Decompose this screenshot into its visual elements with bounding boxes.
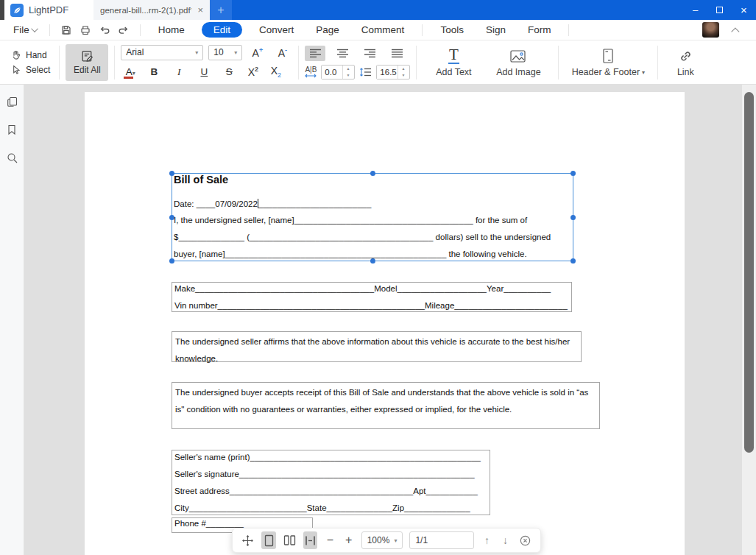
header-footer-label: Header & Footer [572,67,640,77]
buyer-acceptance-block[interactable]: The undersigned buyer accepts receipt of… [172,382,600,429]
align-center-button[interactable] [332,46,353,61]
font-family-value: Arial [126,47,144,57]
decrease-font-button[interactable]: A- [272,46,292,59]
minimize-button[interactable]: – [683,0,707,20]
single-page-view-button[interactable] [261,531,275,549]
char-spacing-icon: A|B [305,66,317,78]
scrollbar-thumb[interactable] [744,92,754,453]
underline-button[interactable]: U [193,66,215,77]
lightpdf-logo-icon [10,4,24,17]
edit-all-label: Edit All [74,65,101,75]
italic-button[interactable]: I [168,66,190,78]
add-image-button[interactable]: Add Image [484,47,552,77]
previous-page-button[interactable]: ↑ [481,534,492,546]
menu-item-edit[interactable]: Edit [202,22,242,38]
hand-tool[interactable]: Hand [10,49,50,60]
superscript-button[interactable]: X2 [243,66,263,78]
divider [657,46,658,79]
pan-tool-button[interactable] [241,531,255,549]
user-avatar[interactable] [702,22,719,38]
caret-down-icon: ▾ [230,49,237,56]
char-spacing-stepper[interactable]: ▲▼ [321,65,355,79]
pdf-page[interactable]: Bill of Sale Date: ____07/09/2022_______… [85,92,685,555]
font-color-swatch [124,77,133,79]
doc-vin-line: Vin number______________________________… [174,301,568,310]
resize-handle[interactable] [370,171,375,176]
new-tab-button[interactable]: + [210,0,232,20]
chevron-down-icon [31,25,38,32]
tab-title: general-bill...rm-2(1).pdf* [100,6,191,15]
seller-details-block[interactable]: Seller's name (print)___________________… [172,450,490,515]
close-toolbar-button[interactable] [518,531,532,549]
page-thumbnails-icon[interactable] [5,95,18,108]
save-button[interactable] [57,21,76,39]
increase-font-button[interactable]: A+ [247,46,267,59]
menu-item-sign[interactable]: Sign [486,24,506,35]
resize-handle[interactable] [570,258,576,264]
font-size-select[interactable]: 10 ▾ [208,45,242,60]
close-button[interactable]: × [732,0,756,20]
vehicle-info-block[interactable]: Make____________________________________… [172,282,572,312]
subscript-button[interactable]: X2 [266,65,286,79]
font-color-button[interactable]: A▾ [121,66,140,77]
maximize-button[interactable] [707,0,732,20]
two-page-view-button[interactable] [283,531,297,549]
font-family-select[interactable]: Arial ▾ [121,45,203,60]
paragraph-group: A|B ▲▼ ▲▼ [305,46,410,79]
resize-handle[interactable] [169,258,174,264]
doc-affirmation-text: The undersigned seller affirms that the … [175,337,570,363]
stepper-arrows[interactable]: ▲▼ [398,66,408,79]
edit-all-button[interactable]: Edit All [66,44,108,81]
stepper-arrows[interactable]: ▲▼ [342,66,353,79]
seller-affirmation-block[interactable]: The undersigned seller affirms that the … [172,331,582,362]
select-tool[interactable]: Select [10,64,50,75]
vertical-scrollbar[interactable] [742,85,756,555]
menu-item-form[interactable]: Form [528,24,551,35]
menu-item-comment[interactable]: Comment [361,24,405,35]
hand-icon [10,49,21,60]
resize-handle[interactable] [570,171,576,176]
header-footer-button[interactable]: Header & Footer ▾ [565,47,651,77]
tab-close-icon[interactable]: × [197,5,203,15]
align-justify-button[interactable] [386,46,407,61]
menu-item-home[interactable]: Home [158,24,185,35]
link-button[interactable]: Link [664,47,707,77]
search-icon[interactable] [5,151,18,164]
cursor-icon [10,64,21,75]
align-right-button[interactable] [359,46,380,61]
file-menu[interactable]: File [9,24,43,35]
align-left-button[interactable] [305,46,325,61]
add-text-button[interactable]: T Add Text [423,47,484,77]
document-tab[interactable]: general-bill...rm-2(1).pdf* × [93,0,210,20]
redo-button[interactable] [114,21,133,39]
divider [114,46,115,79]
add-image-icon [509,47,527,65]
doc-seller-signature-line: Seller's signature______________________… [174,470,475,478]
resize-handle[interactable] [370,258,375,264]
line-spacing-stepper[interactable]: ▲▼ [376,65,410,79]
doc-seller-name-line: Seller's name (print)___________________… [174,453,481,462]
page-number-input[interactable] [409,531,474,549]
print-button[interactable] [76,21,95,39]
fit-width-button[interactable] [303,531,317,549]
doc-acceptance-text: The undersigned buyer accepts receipt of… [175,388,588,414]
menu-item-tools[interactable]: Tools [440,24,464,35]
menubar-right [702,22,747,38]
resize-handle[interactable] [570,215,576,220]
selected-text-block[interactable]: Bill of Sale Date: ____07/09/2022_______… [172,173,573,261]
next-page-button[interactable]: ↓ [500,534,512,546]
menu-item-page[interactable]: Page [316,24,339,35]
collapse-toolbar-icon[interactable] [731,27,739,35]
maximize-icon [716,7,723,13]
menu-item-convert[interactable]: Convert [259,24,294,35]
char-spacing-input[interactable] [322,66,342,79]
line-spacing-input[interactable] [377,66,398,79]
doc-sum-line: $______________ (_______________________… [174,233,551,241]
strikethrough-button[interactable]: S [218,66,240,77]
bookmarks-icon[interactable] [5,123,18,136]
undo-button[interactable] [95,21,114,39]
zoom-level-select[interactable]: 100% ▾ [361,531,403,549]
zoom-out-button[interactable]: − [324,534,336,547]
zoom-in-button[interactable]: + [343,534,355,547]
bold-button[interactable]: B [143,66,165,77]
